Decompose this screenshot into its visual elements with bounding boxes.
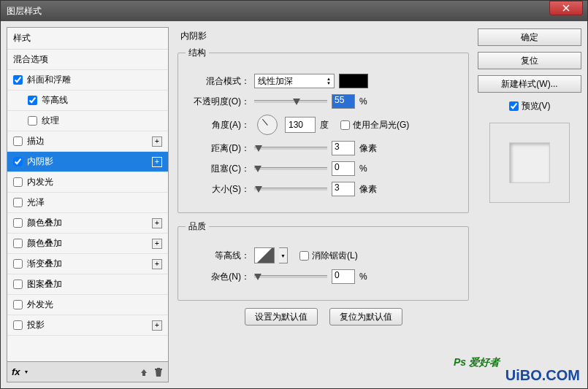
preview-box [489, 123, 570, 203]
style-bevel-emboss[interactable]: 斜面和浮雕 [7, 70, 168, 90]
opacity-input[interactable]: 55 [332, 94, 355, 109]
style-checkbox[interactable] [13, 280, 23, 289]
move-up-button[interactable] [139, 366, 149, 377]
style-checkbox[interactable] [13, 157, 23, 166]
style-contour[interactable]: 等高线 [7, 90, 168, 111]
style-stroke[interactable]: 描边 + [7, 131, 168, 152]
style-inner-shadow[interactable]: 内阴影 + [7, 152, 168, 172]
style-color-overlay-2[interactable]: 颜色叠加 + [7, 234, 168, 254]
chevron-updown-icon: ▲▼ [327, 77, 331, 85]
blend-mode-select[interactable]: 线性加深 ▲▼ [254, 74, 335, 88]
close-button[interactable] [549, 1, 583, 15]
antialias-checkbox[interactable] [299, 251, 309, 261]
style-label: 内发光 [27, 176, 53, 188]
style-list-footer: fx ▾ [7, 362, 169, 382]
style-texture[interactable]: 纹理 [7, 111, 168, 131]
reset-button[interactable]: 复位 [478, 52, 581, 69]
contour-picker-button[interactable]: ▼ [279, 247, 288, 263]
angle-dial[interactable] [257, 115, 278, 135]
style-checkbox[interactable] [13, 177, 23, 187]
noise-slider[interactable] [254, 271, 327, 282]
style-label: 混合选项 [13, 53, 48, 66]
style-list: 样式 混合选项 斜面和浮雕 等高线 纹理 描边 + [7, 27, 169, 362]
angle-unit: 度 [320, 119, 329, 131]
style-checkbox[interactable] [13, 198, 23, 207]
choke-slider[interactable] [254, 163, 327, 174]
antialias-row[interactable]: 消除锯齿(L) [299, 250, 358, 262]
angle-input[interactable]: 130 [285, 117, 316, 133]
style-checkbox[interactable] [13, 239, 23, 248]
style-label: 图案叠加 [27, 278, 62, 290]
style-drop-shadow[interactable]: 投影 + [7, 315, 168, 336]
style-checkbox[interactable] [13, 259, 23, 269]
global-light-label: 使用全局光(G) [353, 119, 409, 131]
size-input[interactable]: 3 [332, 182, 355, 196]
style-label: 等高线 [42, 94, 68, 107]
action-panel: 确定 复位 新建样式(W)... 预览(V) [478, 27, 581, 382]
opacity-slider[interactable] [254, 96, 327, 107]
choke-input[interactable]: 0 [332, 161, 355, 176]
style-label: 光泽 [27, 196, 45, 209]
distance-slider[interactable] [254, 143, 327, 153]
settings-panel: 内阴影 结构 混合模式： 线性加深 ▲▼ 不透明度(O)： 55 % [175, 27, 472, 382]
style-gradient-overlay[interactable]: 渐变叠加 + [7, 254, 168, 274]
style-inner-glow[interactable]: 内发光 [7, 172, 168, 193]
style-pattern-overlay[interactable]: 图案叠加 [7, 274, 168, 295]
style-blending-options[interactable]: 混合选项 [7, 50, 168, 70]
add-effect-button[interactable]: + [152, 218, 162, 228]
style-label: 投影 [27, 319, 45, 331]
size-label: 大小(S)： [186, 183, 250, 196]
set-default-button[interactable]: 设置为默认值 [245, 308, 318, 326]
style-outer-glow[interactable]: 外发光 [7, 295, 168, 315]
global-light-row[interactable]: 使用全局光(G) [340, 119, 409, 131]
antialias-label: 消除锯齿(L) [312, 250, 358, 262]
dialog-body: 样式 混合选项 斜面和浮雕 等高线 纹理 描边 + [1, 21, 587, 388]
style-color-overlay-1[interactable]: 颜色叠加 + [7, 213, 168, 234]
blend-color-swatch[interactable] [339, 74, 368, 88]
add-effect-button[interactable]: + [152, 239, 162, 249]
distance-label: 距离(D)： [186, 142, 250, 155]
opacity-unit: % [359, 96, 367, 107]
style-checkbox[interactable] [13, 300, 23, 309]
styles-panel: 样式 混合选项 斜面和浮雕 等高线 纹理 描边 + [7, 27, 169, 382]
style-label: 外发光 [27, 299, 53, 311]
quality-legend: 品质 [186, 220, 209, 233]
add-effect-button[interactable]: + [152, 259, 162, 269]
ok-button[interactable]: 确定 [478, 28, 581, 46]
styles-header[interactable]: 样式 [7, 28, 168, 50]
style-label: 颜色叠加 [27, 217, 62, 229]
style-label: 渐变叠加 [27, 258, 62, 270]
style-checkbox[interactable] [13, 75, 23, 85]
add-effect-button[interactable]: + [152, 136, 162, 147]
reset-default-button[interactable]: 复位为默认值 [329, 308, 402, 326]
new-style-button[interactable]: 新建样式(W)... [478, 75, 581, 93]
style-checkbox[interactable] [28, 96, 37, 105]
titlebar[interactable]: 图层样式 [1, 1, 587, 21]
add-effect-button[interactable]: + [152, 157, 162, 167]
style-checkbox[interactable] [13, 136, 23, 146]
global-light-checkbox[interactable] [340, 120, 350, 130]
distance-input[interactable]: 3 [332, 141, 355, 155]
style-satin[interactable]: 光泽 [7, 193, 168, 213]
preview-checkbox[interactable] [509, 101, 519, 111]
noise-input[interactable]: 0 [332, 269, 355, 284]
delete-button[interactable] [153, 366, 164, 377]
preview-label: 预览(V) [522, 100, 551, 112]
style-label: 颜色叠加 [27, 237, 62, 250]
preview-row[interactable]: 预览(V) [478, 100, 581, 112]
style-checkbox[interactable] [28, 116, 37, 126]
size-unit: 像素 [359, 183, 377, 196]
add-effect-button[interactable]: + [152, 320, 162, 331]
contour-swatch[interactable] [254, 247, 275, 263]
style-checkbox[interactable] [13, 218, 23, 228]
fx-menu-button[interactable]: fx [12, 366, 20, 377]
style-label: 描边 [27, 135, 45, 147]
noise-label: 杂色(N)： [186, 271, 250, 283]
watermark-ps: Ps 爱好者 [454, 356, 500, 369]
noise-unit: % [359, 271, 367, 282]
fx-menu-arrow-icon[interactable]: ▾ [25, 369, 28, 375]
watermark: UiBO.COM [505, 367, 580, 384]
size-slider[interactable] [254, 184, 327, 194]
style-checkbox[interactable] [13, 320, 23, 330]
contour-label: 等高线： [186, 250, 250, 262]
